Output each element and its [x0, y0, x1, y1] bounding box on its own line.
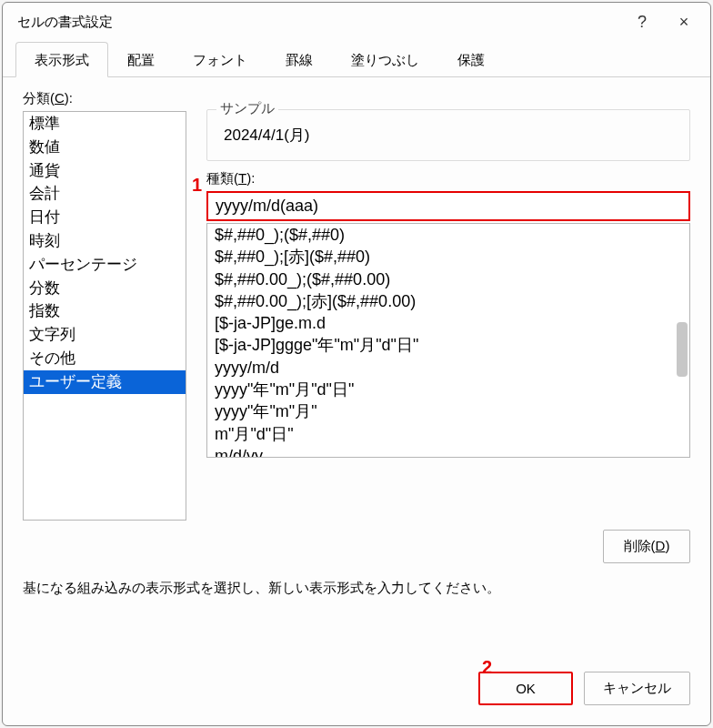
tab-content: 分類(C): 標準 数値 通貨 会計 日付 時刻 パーセンテージ 分数 指数 文… — [3, 77, 710, 659]
sample-legend: サンプル — [216, 100, 278, 117]
list-item[interactable]: パーセンテージ — [24, 253, 186, 277]
annotation-1: 1 — [192, 175, 202, 196]
help-text: 基になる組み込みの表示形式を選択し、新しい表示形式を入力してください。 — [23, 567, 690, 597]
cancel-button[interactable]: キャンセル — [584, 672, 690, 705]
help-button[interactable]: ? — [621, 3, 663, 41]
list-item[interactable]: yyyy"年"m"月"d"日" — [207, 379, 689, 400]
list-item[interactable]: [$-ja-JP]ggge"年"m"月"d"日" — [207, 334, 689, 356]
list-item[interactable]: 通貨 — [24, 159, 186, 183]
tabstrip: 表示形式 配置 フォント 罫線 塗りつぶし 保護 — [3, 41, 710, 77]
sample-value: 2024/4/1(月) — [220, 117, 677, 147]
tab-number-format[interactable]: 表示形式 — [15, 42, 108, 77]
list-item[interactable]: $#,##0.00_);($#,##0.00) — [207, 268, 689, 290]
list-item[interactable]: yyyy/m/d — [207, 357, 689, 379]
dialog-footer: 2 OK キャンセル — [3, 659, 710, 725]
annotation-2: 2 — [482, 657, 492, 678]
tab-fill[interactable]: 塗りつぶし — [332, 42, 438, 77]
list-item[interactable]: [$-ja-JP]ge.m.d — [207, 312, 689, 334]
ok-button[interactable]: OK — [478, 672, 573, 705]
list-item[interactable]: yyyy"年"m"月" — [207, 400, 689, 422]
list-item[interactable]: 文字列 — [24, 323, 186, 347]
list-item[interactable]: $#,##0.00_);[赤]($#,##0.00) — [207, 290, 689, 312]
format-cells-dialog: セルの書式設定 ? × 表示形式 配置 フォント 罫線 塗りつぶし 保護 分類(… — [2, 2, 711, 726]
type-input-wrap: 1 — [206, 191, 690, 221]
list-item[interactable]: 標準 — [24, 112, 186, 136]
tab-protection[interactable]: 保護 — [438, 42, 504, 77]
scrollbar-thumb[interactable] — [677, 322, 688, 377]
category-listbox[interactable]: 標準 数値 通貨 会計 日付 時刻 パーセンテージ 分数 指数 文字列 その他 … — [23, 111, 186, 521]
list-item[interactable]: その他 — [24, 347, 186, 370]
list-item[interactable]: 会計 — [24, 182, 186, 206]
list-item[interactable]: 数値 — [24, 136, 186, 159]
list-item[interactable]: 指数 — [24, 299, 186, 323]
type-input[interactable] — [206, 191, 690, 221]
window-title: セルの書式設定 — [17, 14, 621, 31]
list-item[interactable]: 時刻 — [24, 229, 186, 253]
list-item[interactable]: ユーザー定義 — [24, 370, 186, 394]
list-item[interactable]: m/d/yy — [207, 445, 689, 458]
sample-group: サンプル 2024/4/1(月) — [206, 109, 690, 161]
type-label: 種類(T): — [206, 170, 690, 187]
type-listbox[interactable]: $#,##0_);($#,##0) $#,##0_);[赤]($#,##0) $… — [206, 223, 690, 458]
tab-alignment[interactable]: 配置 — [108, 42, 174, 77]
list-item[interactable]: $#,##0_);($#,##0) — [207, 224, 689, 246]
close-button[interactable]: × — [663, 3, 705, 41]
tab-border[interactable]: 罫線 — [266, 42, 332, 77]
tab-font[interactable]: フォント — [174, 42, 266, 77]
list-item[interactable]: 分数 — [24, 277, 186, 300]
titlebar: セルの書式設定 ? × — [3, 3, 710, 41]
list-item[interactable]: m"月"d"日" — [207, 423, 689, 445]
delete-button[interactable]: 削除(D) — [603, 530, 690, 563]
list-item[interactable]: $#,##0_);[赤]($#,##0) — [207, 246, 689, 268]
category-label: 分類(C): — [23, 90, 186, 107]
list-item[interactable]: 日付 — [24, 206, 186, 229]
